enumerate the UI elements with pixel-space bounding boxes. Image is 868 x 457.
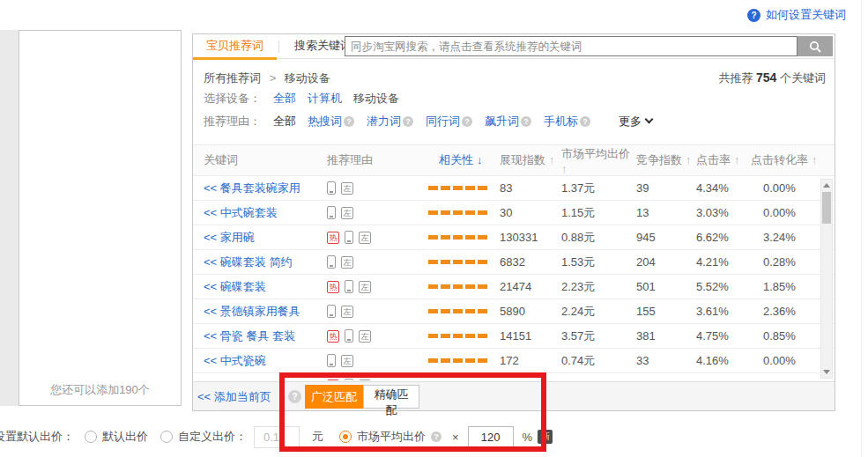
keyword-link[interactable]: << 碗碟套装 [204,280,266,293]
mobile-phone-icon [327,181,336,195]
sort-asc-icon[interactable]: ↑ [686,153,692,166]
market-avg-radio[interactable] [339,431,352,443]
table-row[interactable]: << 中式瓷碗 左 172 0.74元 33 4.16% 0.00% [193,349,835,373]
multiply-sign: × [452,431,459,444]
avg-bid: 2.23元 [561,279,636,295]
yuan-label: 元 [312,429,323,445]
column-header[interactable]: 推荐理由 [327,152,424,168]
relevance-bars [424,186,500,190]
table-row[interactable]: << 景德镇家用餐具 左 5890 2.24元 155 3.61% 2.36% [193,299,835,324]
keyword-link[interactable]: << 景德镇家用餐具 [204,305,300,318]
reason-option-all[interactable]: 全部 [273,114,296,128]
keyword-link[interactable]: << 中式瓷碗 [204,354,266,367]
sort-asc-icon[interactable]: ↑ [561,162,568,175]
page-divider [861,0,862,457]
device-options: 全部计算机移动设备 [273,92,411,105]
keyword-link[interactable]: << 中式碗套装 [204,206,278,219]
help-icon[interactable]: ? [580,116,590,127]
reason-option[interactable]: 热搜词? [308,114,354,128]
ctr: 4.16% [696,354,751,367]
device-option[interactable]: 计算机 [308,92,342,105]
relevance-bars [424,210,500,215]
scroll-down-icon[interactable] [823,370,830,374]
sort-asc-icon[interactable]: ↑ [549,153,555,166]
reason-option[interactable]: 同行词? [426,114,472,128]
zuo-badge-icon: 左 [341,207,353,219]
percent-input[interactable] [468,426,514,448]
default-bid-label[interactable]: 默认出价 [102,429,148,445]
column-header[interactable]: 点击率↑ [696,152,751,168]
keyword-recommend-panel: 宝贝推荐词搜索关键词 所有推荐词 > 移动设备 共推荐 754 个关键词 选择设… [192,33,835,411]
reason-option[interactable]: 飙升词? [485,114,531,128]
exact-match-button[interactable]: 精确匹配 [363,385,419,409]
device-option[interactable]: 全部 [273,92,296,105]
scroll-up-icon[interactable] [823,183,830,188]
keyword-link[interactable]: << [204,379,217,380]
keyword-link[interactable]: << 碗碟套装 简约 [204,255,292,269]
keyword-link[interactable]: << 骨瓷 餐具 套装 [204,329,295,343]
broad-match-button[interactable]: 广泛匹配 [305,385,363,409]
custom-bid-input[interactable] [254,426,300,448]
table-row[interactable]: << 骨瓷 餐具 套装 热 左 14151 3.57元 381 4.75% 0.… [193,324,835,349]
help-icon[interactable]: ? [462,116,472,127]
keyword-link[interactable]: << 餐具套装碗家用 [204,181,300,195]
add-current-page-link[interactable]: << 添加当前页 [197,389,271,405]
breadcrumb: 所有推荐词 > 移动设备 共推荐 754 个关键词 [204,70,835,86]
column-header[interactable]: 点击转化率↑ [751,152,835,168]
sort-asc-icon[interactable]: ↑ [812,153,818,166]
relevance-bars [424,309,500,313]
impression-index: 83 [500,181,561,195]
impression-index: 130331 [500,231,561,244]
table-row[interactable]: << 热 左 [193,373,835,380]
percent-sign: % [523,431,533,444]
help-icon[interactable]: ? [403,116,413,127]
help-link-label[interactable]: 如何设置关键词 [766,7,846,23]
competition-index: 381 [636,329,696,343]
device-option[interactable]: 移动设备 [353,92,399,105]
keyword-search-input[interactable] [345,37,797,55]
reason-option[interactable]: 潜力词? [367,114,413,128]
relevance-bars [424,235,500,240]
column-header[interactable]: 关键词 [204,152,327,168]
column-header[interactable]: 相关性↓ [424,152,500,168]
table-row[interactable]: << 中式碗套装 左 30 1.15元 13 3.03% 0.00% [193,201,835,225]
custom-bid-radio[interactable] [160,431,173,443]
column-header[interactable]: 市场平均出价↑ [561,146,636,175]
avg-bid: 2.24元 [561,304,636,320]
column-header[interactable]: 展现指数↑ [500,152,561,168]
how-to-set-keywords-link[interactable]: ? 如何设置关键词 [747,7,846,23]
help-icon[interactable]: ? [344,116,354,127]
table-row[interactable]: << 碗碟套装 简约 左 6832 1.53元 204 4.21% 0.28% [193,250,835,275]
zuo-badge-icon: 左 [359,330,371,343]
breadcrumb-root[interactable]: 所有推荐词 [204,71,261,85]
impression-index: 30 [500,206,561,219]
table-row[interactable]: << 家用碗 热 左 130331 0.88元 945 6.62% 3.24% [193,225,835,250]
mobile-phone-icon [327,354,336,367]
sort-desc-icon[interactable]: ↓ [477,153,483,166]
scrollbar-thumb[interactable] [822,192,831,224]
tab-bar: 宝贝推荐词搜索关键词 [193,34,835,59]
breadcrumb-separator: > [270,71,277,85]
zuo-badge-icon: 左 [341,256,353,269]
collapsed-side-strip [0,30,19,406]
table-body: << 餐具套装碗家用 左 83 1.37元 39 4.34% 0.00% << … [193,176,835,380]
column-header[interactable]: 竞争指数↑ [636,152,696,168]
impression-index: 21474 [500,280,561,293]
help-icon[interactable]: ? [521,116,531,127]
default-bid-radio[interactable] [85,431,97,443]
help-icon[interactable]: ? [431,431,441,442]
table-scrollbar[interactable] [820,179,833,379]
search-button[interactable] [798,36,833,56]
sort-asc-icon[interactable]: ↑ [734,153,740,166]
tab-product-recommend[interactable]: 宝贝推荐词 [193,34,277,60]
avg-bid: 0.88元 [561,230,636,246]
avg-bid: 1.15元 [561,205,636,221]
keyword-link[interactable]: << 家用碗 [204,231,255,244]
custom-bid-label[interactable]: 自定义出价： [178,429,247,445]
market-avg-label[interactable]: 市场平均出价 [357,429,426,445]
help-icon[interactable]: ? [288,390,301,403]
table-row[interactable]: << 餐具套装碗家用 左 83 1.37元 39 4.34% 0.00% [193,176,835,201]
table-row[interactable]: << 碗碟套装 热 左 21474 2.23元 501 5.52% 1.85% [193,275,835,299]
reason-option[interactable]: 手机标? [544,114,590,128]
more-filters-toggle[interactable]: 更多 [619,114,652,128]
